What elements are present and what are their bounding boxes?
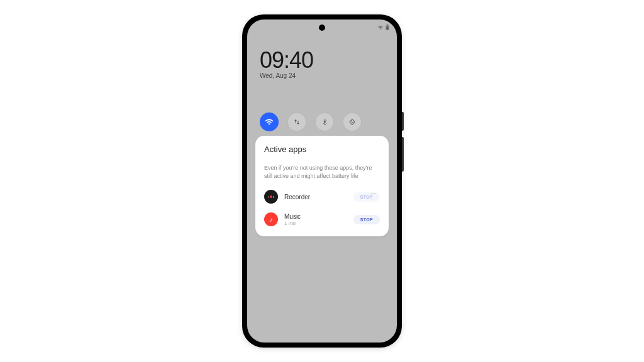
wifi-status-icon bbox=[378, 25, 383, 31]
status-bar bbox=[378, 25, 389, 31]
app-row-music: ♪ Music 1 min STOP bbox=[264, 212, 380, 226]
front-camera bbox=[319, 25, 325, 31]
rotation-lock-icon bbox=[348, 118, 356, 126]
card-description: Even if you're not using these apps, the… bbox=[264, 164, 380, 180]
phone-screen: 09:40 Wed, Aug 24 Active apps Even if yo… bbox=[247, 19, 397, 343]
stop-button-label: STOP bbox=[360, 217, 373, 222]
clock-area: 09:40 Wed, Aug 24 bbox=[260, 47, 313, 79]
qs-bluetooth-button[interactable] bbox=[315, 112, 334, 131]
svg-rect-1 bbox=[387, 25, 388, 25]
qs-rotation-button[interactable] bbox=[343, 112, 362, 131]
stop-button-music[interactable]: STOP bbox=[353, 215, 380, 224]
qs-wifi-button[interactable] bbox=[260, 112, 279, 131]
stop-button-recorder[interactable]: STOP bbox=[353, 192, 380, 202]
active-apps-card: Active apps Even if you're not using the… bbox=[255, 136, 389, 236]
card-title: Active apps bbox=[264, 145, 380, 154]
loading-spinner-icon bbox=[370, 193, 377, 200]
svg-line-4 bbox=[351, 121, 353, 123]
app-info: Recorder bbox=[284, 194, 347, 200]
quick-settings-row bbox=[260, 112, 362, 131]
phone-side-button bbox=[402, 112, 404, 131]
svg-rect-2 bbox=[386, 26, 388, 30]
wifi-icon bbox=[265, 118, 274, 126]
phone-frame: 09:40 Wed, Aug 24 Active apps Even if yo… bbox=[242, 14, 402, 348]
data-arrows-icon bbox=[293, 118, 301, 126]
app-name-label: Recorder bbox=[284, 194, 347, 200]
battery-status-icon bbox=[386, 25, 389, 31]
app-name-label: Music bbox=[284, 213, 347, 220]
music-app-icon: ♪ bbox=[264, 212, 278, 226]
recorder-app-icon: ιι bbox=[264, 190, 278, 204]
app-sub-label: 1 min bbox=[284, 221, 347, 226]
clock-time: 09:40 bbox=[260, 47, 313, 74]
qs-data-button[interactable] bbox=[287, 112, 306, 131]
bluetooth-icon bbox=[321, 119, 328, 126]
app-row-recorder: ιι Recorder STOP bbox=[264, 190, 380, 204]
phone-volume-button bbox=[402, 137, 404, 172]
app-info: Music 1 min bbox=[284, 213, 347, 226]
